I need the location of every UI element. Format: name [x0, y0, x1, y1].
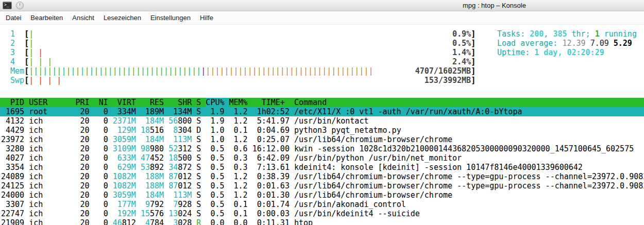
- window-title: mpg : htop – Konsole: [463, 2, 526, 9]
- tasks-line: Tasks: 200, 385 thr; 1 running: [496, 29, 637, 39]
- process-row-23972[interactable]: 23972 ich 20 0 3059M 184M 113M S 1.0 1.2…: [0, 135, 644, 144]
- clock-status-icon: [16, 2, 24, 9]
- process-row-22747[interactable]: 22747 ich 20 0 192M 15576 13024 S 0.5 0.…: [0, 209, 644, 218]
- process-row-4027[interactable]: 4027 ich 20 0 633M 47452 18500 S 0.5 0.3…: [0, 153, 644, 163]
- load-average-line: Load average: 12.39 7.09 5.29: [496, 39, 637, 48]
- process-row-21909[interactable]: 21909 ich 20 0 46812 4784 3028 R 0.0 0.0…: [0, 218, 644, 225]
- meter-mem: Mem[||||||||||||||||||||||||||||||||||||…: [0, 66, 644, 76]
- process-row-4429[interactable]: 4429 ich 20 0 129M 18516 8304 D 1.0 0.1 …: [0, 126, 644, 135]
- menu-item-datei[interactable]: Datei: [1, 12, 26, 23]
- uptime-line: Uptime: 1 day, 02:20:29: [496, 48, 637, 57]
- process-row-1695[interactable]: 1695 root 20 0 334M 189M 134M S 1.9 1.2 …: [0, 107, 644, 116]
- menu-item-bearbeiten[interactable]: Bearbeiten: [26, 12, 67, 23]
- menu-item-lesezeichen[interactable]: Lesezeichen: [99, 12, 146, 23]
- title-bar: >_ mpg : htop – Konsole: [0, 0, 644, 11]
- menu-item-hilfe[interactable]: Hilfe: [195, 12, 218, 23]
- process-row-3354[interactable]: 3354 ich 20 0 629M 53892 34872 S 0.5 0.3…: [0, 163, 644, 172]
- process-row-4132[interactable]: 4132 ich 20 0 2371M 184M 56800 S 1.9 1.2…: [0, 116, 644, 126]
- menu-item-einstellungen[interactable]: Einstellungen: [146, 12, 195, 23]
- process-row-24000[interactable]: 24000 ich 20 0 3059M 184M 113M S 0.5 1.2…: [0, 191, 644, 200]
- process-table-header[interactable]: PID USER PRI NI VIRT RES SHR S CPU% MEM%…: [0, 98, 644, 107]
- terminal: 1 [| 0.9%] 2 [| 0.5: [0, 25, 644, 225]
- meter-cpu4: 4 [| | | 2.4%]: [0, 57, 644, 66]
- system-summary: Tasks: 200, 385 thr; 1 runningLoad avera…: [496, 29, 637, 57]
- konsole-app-icon: >_: [3, 2, 12, 9]
- process-row-24089[interactable]: 24089 ich 20 0 1082M 188M 87012 S 0.5 1.…: [0, 172, 644, 181]
- menu-bar: DateiBearbeitenAnsichtLesezeichenEinstel…: [0, 11, 644, 25]
- process-row-24125[interactable]: 24125 ich 20 0 1082M 188M 87012 S 0.5 1.…: [0, 181, 644, 191]
- blank-line: [0, 85, 644, 94]
- process-row-3280[interactable]: 3280 ich 20 0 3109M 98980 52312 S 0.5 0.…: [0, 144, 644, 153]
- process-table: PID USER PRI NI VIRT RES SHR S CPU% MEM%…: [0, 98, 644, 225]
- menu-item-ansicht[interactable]: Ansicht: [67, 12, 99, 23]
- meter-swp: Swp[| | | | 153/3992MB]: [0, 76, 644, 85]
- process-row-3307[interactable]: 3307 ich 20 0 177M 9792 7928 S 0.5 0.1 0…: [0, 200, 644, 209]
